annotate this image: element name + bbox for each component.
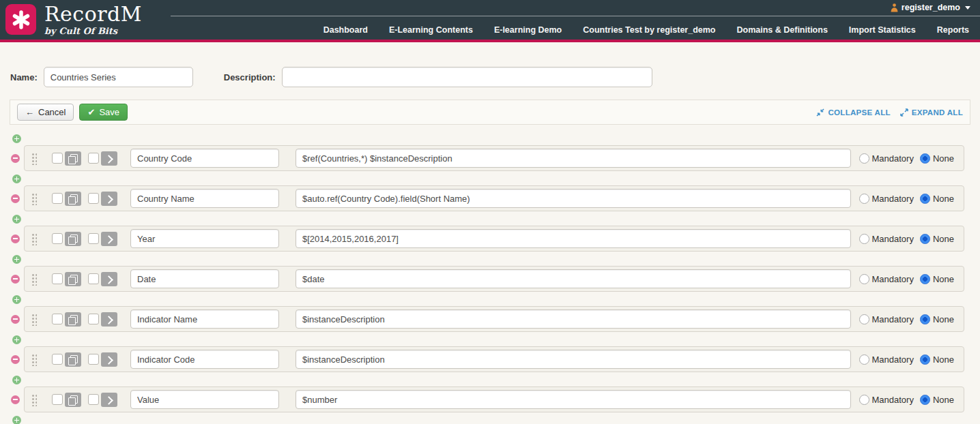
field-definition-input[interactable] — [296, 309, 851, 329]
remove-field-button[interactable] — [11, 154, 20, 163]
duplicate-select-checkbox[interactable] — [52, 314, 63, 324]
expand-field-button[interactable] — [101, 393, 117, 407]
expand-field-button[interactable] — [101, 232, 117, 246]
duplicate-select-checkbox[interactable] — [52, 273, 63, 284]
field-definition-input[interactable] — [296, 189, 851, 208]
name-input[interactable] — [44, 67, 193, 87]
field-name-input[interactable] — [130, 269, 279, 288]
field-definition-input[interactable] — [296, 350, 851, 369]
duplicate-select-checkbox[interactable] — [52, 193, 63, 204]
nav-item-domains-definitions[interactable]: Domains & Definitions — [736, 25, 827, 35]
expand-all-button[interactable]: EXPAND ALL — [900, 108, 963, 117]
field-name-input[interactable] — [130, 149, 279, 168]
actions-toolbar: ← Cancel ✔ Save COLLAPSE ALL EXPAND ALL — [10, 100, 970, 125]
none-radio[interactable] — [920, 395, 930, 405]
duplicate-field-button[interactable] — [65, 393, 81, 407]
duplicate-field-button[interactable] — [65, 192, 81, 206]
field-definition-input[interactable] — [296, 390, 851, 409]
field-name-input[interactable] — [130, 390, 279, 409]
drag-handle-icon[interactable] — [31, 152, 37, 165]
none-radio[interactable] — [920, 234, 930, 244]
top-navbar: RecordM by Cult Of Bits register_demo Da… — [0, 0, 980, 40]
mandatory-radio[interactable] — [859, 354, 869, 365]
add-field-button[interactable] — [12, 335, 21, 344]
drag-handle-icon[interactable] — [31, 393, 37, 406]
expand-icon — [900, 108, 908, 117]
field-row-box: Mandatory None — [24, 185, 964, 211]
field-definition-input[interactable] — [296, 229, 851, 248]
expand-select-checkbox[interactable] — [88, 394, 99, 405]
expand-select-checkbox[interactable] — [88, 153, 99, 164]
user-menu[interactable]: register_demo — [891, 3, 970, 12]
add-field-button[interactable] — [12, 376, 21, 384]
brand[interactable]: RecordM by Cult Of Bits — [5, 4, 142, 36]
expand-field-button[interactable] — [101, 272, 117, 286]
remove-field-button[interactable] — [11, 275, 20, 284]
nav-item-reports[interactable]: Reports — [937, 25, 969, 35]
nav-item-e-learning-contents[interactable]: E-Learning Contents — [389, 25, 473, 35]
add-field-button[interactable] — [12, 215, 21, 224]
field-name-input[interactable] — [130, 229, 279, 248]
none-radio[interactable] — [920, 194, 930, 204]
expand-select-checkbox[interactable] — [88, 354, 99, 365]
duplicate-select-checkbox[interactable] — [52, 354, 63, 365]
drag-handle-icon[interactable] — [31, 192, 37, 205]
duplicate-select-checkbox[interactable] — [52, 153, 63, 164]
add-field-button[interactable] — [12, 134, 21, 143]
remove-field-button[interactable] — [11, 395, 20, 404]
expand-select-checkbox[interactable] — [88, 193, 99, 204]
expand-select-checkbox[interactable] — [88, 233, 99, 244]
field-row: Mandatory None — [11, 266, 964, 292]
duplicate-field-button[interactable] — [65, 272, 81, 286]
cancel-button[interactable]: ← Cancel — [17, 104, 74, 121]
expand-field-button[interactable] — [101, 192, 117, 206]
none-radio[interactable] — [920, 354, 930, 365]
remove-field-button[interactable] — [11, 194, 20, 203]
nav-item-import-statistics[interactable]: Import Statistics — [849, 25, 916, 35]
nav-item-e-learning-demo[interactable]: E-learning Demo — [494, 25, 562, 35]
field-name-input[interactable] — [130, 189, 279, 208]
collapse-all-button[interactable]: COLLAPSE ALL — [816, 108, 890, 117]
drag-handle-icon[interactable] — [31, 273, 37, 286]
add-field-button[interactable] — [12, 295, 21, 304]
mandatory-radio[interactable] — [859, 194, 869, 204]
expand-field-button[interactable] — [101, 352, 117, 367]
nav-item-dashboard[interactable]: Dashboard — [323, 25, 368, 35]
nav-item-countries-test-by-register-demo[interactable]: Countries Test by register_demo — [583, 25, 715, 35]
duplicate-field-button[interactable] — [65, 312, 81, 327]
duplicate-select-checkbox[interactable] — [52, 394, 63, 405]
none-radio[interactable] — [920, 314, 930, 324]
field-definition-input[interactable] — [296, 269, 851, 288]
app-subtitle: by Cult Of Bits — [44, 26, 142, 36]
mandatory-radio[interactable] — [859, 234, 869, 244]
expand-field-button[interactable] — [101, 151, 117, 166]
duplicate-field-button[interactable] — [65, 151, 81, 166]
asterisk-icon — [11, 10, 31, 30]
add-field-button[interactable] — [12, 255, 21, 264]
remove-field-button[interactable] — [11, 355, 20, 364]
remove-field-button[interactable] — [11, 234, 20, 243]
drag-handle-icon[interactable] — [31, 232, 37, 245]
description-input[interactable] — [282, 67, 652, 87]
duplicate-field-button[interactable] — [65, 232, 81, 246]
field-name-input[interactable] — [130, 309, 279, 329]
mandatory-radio[interactable] — [859, 395, 869, 405]
add-field-button[interactable] — [12, 416, 21, 424]
mandatory-radio[interactable] — [859, 314, 869, 324]
remove-field-button[interactable] — [11, 315, 20, 324]
expand-field-button[interactable] — [101, 312, 117, 327]
expand-select-checkbox[interactable] — [88, 273, 99, 284]
save-button[interactable]: ✔ Save — [79, 104, 128, 121]
field-name-input[interactable] — [130, 350, 279, 369]
mandatory-radio[interactable] — [859, 153, 869, 164]
none-radio[interactable] — [920, 153, 930, 164]
none-radio[interactable] — [920, 274, 930, 284]
expand-select-checkbox[interactable] — [88, 314, 99, 324]
add-field-button[interactable] — [12, 175, 21, 183]
field-definition-input[interactable] — [296, 149, 851, 168]
mandatory-radio[interactable] — [859, 274, 869, 284]
duplicate-select-checkbox[interactable] — [52, 233, 63, 244]
drag-handle-icon[interactable] — [31, 313, 37, 326]
duplicate-field-button[interactable] — [65, 352, 81, 367]
drag-handle-icon[interactable] — [31, 353, 37, 366]
